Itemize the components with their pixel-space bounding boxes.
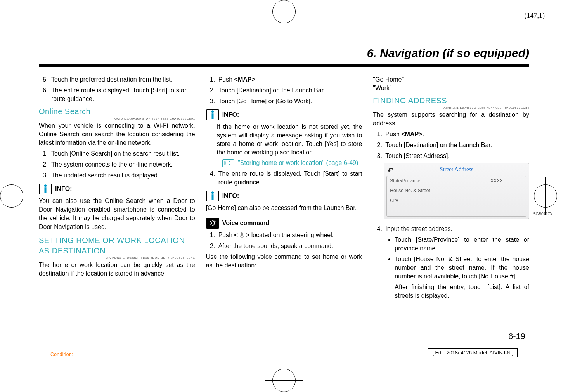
finding-address-title: FINDING ADDRESS bbox=[373, 95, 529, 106]
folio: (147,1) bbox=[525, 12, 545, 20]
list-item: Touch [Destination] on the Launch Bar. bbox=[217, 86, 362, 95]
list-item: Touch [Destination] on the Launch Bar. bbox=[384, 141, 529, 149]
list-item: Touch [Go Home] or [Go to Work]. bbox=[217, 97, 362, 106]
col2-steps-a: Push <MAP>. Touch [Destination] on the L… bbox=[206, 75, 362, 106]
svg-rect-5 bbox=[211, 194, 213, 200]
info-label: INFO: bbox=[55, 185, 72, 193]
quote-work: "Work" bbox=[373, 84, 529, 92]
xref: "Storing home or work location" (page 6-… bbox=[238, 160, 358, 166]
svg-point-2 bbox=[211, 110, 214, 113]
finding-address-body: The system supports searching for a dest… bbox=[373, 111, 529, 128]
shot-title: Street Address bbox=[440, 166, 473, 172]
shot-house: House No. & Street bbox=[387, 186, 526, 196]
column-1: Touch the preferred destination from the… bbox=[39, 75, 195, 302]
shot-city: City bbox=[387, 196, 526, 206]
info-body: You can also use the Online Search when … bbox=[39, 197, 195, 231]
column-3: "Go Home" "Work" FINDING ADDRESS AIVINJN… bbox=[373, 75, 529, 302]
list-item: Push <MAP>. bbox=[384, 130, 529, 139]
screenshot-wrap: ↶ Street Address State/Province XXXX Hou… bbox=[384, 163, 529, 219]
info-label: INFO: bbox=[222, 192, 239, 200]
bullet2: Touch [House No. & Street] to enter the … bbox=[395, 256, 529, 279]
svg-point-6 bbox=[214, 220, 215, 222]
col3-steps: Push <MAP>. Touch [Destination] on the L… bbox=[373, 130, 529, 160]
voice-steps: Push < > located on the steering wheel. … bbox=[206, 231, 362, 250]
svg-point-4 bbox=[211, 191, 214, 194]
list-item: The updated search result is displayed. bbox=[50, 171, 195, 180]
info-icon bbox=[39, 184, 52, 194]
svg-rect-3 bbox=[211, 113, 213, 119]
shot-xxxx: XXXX bbox=[467, 176, 526, 186]
info-icon bbox=[206, 191, 219, 201]
list-item: Push <MAP>. bbox=[217, 75, 362, 84]
info-icon bbox=[206, 109, 219, 120]
quote-go-home: "Go Home" bbox=[373, 75, 529, 84]
info-box-2: INFO: bbox=[206, 191, 362, 201]
bullets: Touch [State/Province] to enter the stat… bbox=[385, 236, 529, 300]
info-label: INFO: bbox=[222, 111, 239, 119]
col3-step4: Input the street address. Touch [State/P… bbox=[373, 225, 529, 300]
bullet-tail: After finishing the entry, touch [List].… bbox=[395, 283, 529, 300]
shot-state: State/Province bbox=[387, 176, 467, 186]
crop-top bbox=[272, 0, 296, 23]
edit-stamp: [ Edit: 2018/ 4/ 26 Model: AIVINJ-N ] bbox=[428, 348, 518, 357]
col1-steps-a: Touch the preferred destination from the… bbox=[39, 75, 195, 103]
set-home-body: The home or work location can be quickly… bbox=[39, 261, 195, 278]
shot-code: 5GB0717X bbox=[533, 212, 552, 217]
list-item: The entire route is displayed. Touch [St… bbox=[217, 170, 362, 187]
column-2: Push <MAP>. Touch [Destination] on the L… bbox=[206, 75, 362, 302]
online-search-title: Online Search bbox=[39, 106, 195, 117]
pointer-icon bbox=[222, 159, 234, 167]
list-item: Push < > located on the steering wheel. bbox=[217, 231, 362, 239]
list-item: Input the street address. Touch [State/P… bbox=[384, 225, 529, 300]
list-item: Touch [State/Province] to enter the stat… bbox=[395, 236, 529, 253]
list-item: Touch [Online Search] on the search resu… bbox=[50, 149, 195, 158]
voice-tail: Use the following voice command to set h… bbox=[206, 253, 362, 270]
info2-body: [Go Home] can also be accessed from the … bbox=[206, 204, 362, 212]
col1-steps-b: Touch [Online Search] on the search resu… bbox=[39, 149, 195, 180]
list-item: Touch [Street Address]. bbox=[384, 152, 529, 160]
info-body: If the home or work location is not stor… bbox=[217, 123, 362, 157]
street-address-screenshot: ↶ Street Address State/Province XXXX Hou… bbox=[384, 163, 529, 219]
set-home-title: SETTING HOME OR WORK LOCATION AS DESTINA… bbox=[39, 235, 195, 257]
voice-label: Voice command bbox=[222, 219, 270, 227]
back-arrow-icon: ↶ bbox=[387, 165, 394, 176]
list-item: The system connects to the on-line netwo… bbox=[50, 160, 195, 169]
page: 6. Navigation (if so equipped) Touch the… bbox=[39, 47, 529, 345]
mic-icon bbox=[239, 232, 244, 238]
col2-step4: The entire route is displayed. Touch [St… bbox=[206, 170, 362, 187]
voice-box: Voice command bbox=[206, 218, 362, 229]
info-box: INFO: bbox=[206, 109, 362, 120]
crop-right bbox=[534, 184, 557, 208]
online-search-body: When your vehicle is connecting to a Wi-… bbox=[39, 121, 195, 147]
crop-bottom bbox=[272, 369, 296, 392]
voice-icon bbox=[206, 218, 219, 229]
list-item: After the tone sounds, speak a command. bbox=[217, 242, 362, 250]
page-number: 6-19 bbox=[508, 331, 525, 342]
info-box: INFO: bbox=[39, 184, 195, 194]
list-item: The entire route is displayed. Touch [St… bbox=[50, 86, 195, 103]
condition-label: Condition: bbox=[50, 352, 73, 357]
list-item: Touch the preferred destination from the… bbox=[50, 75, 195, 84]
svg-rect-1 bbox=[45, 188, 47, 193]
svg-point-0 bbox=[44, 184, 47, 187]
list-item: Touch [House No. & Street] to enter the … bbox=[395, 255, 529, 300]
heading-rule bbox=[39, 64, 529, 67]
crop-left bbox=[0, 184, 23, 208]
page-heading: 6. Navigation (if so equipped) bbox=[39, 47, 529, 64]
step4-text: Input the street address. bbox=[385, 225, 452, 232]
